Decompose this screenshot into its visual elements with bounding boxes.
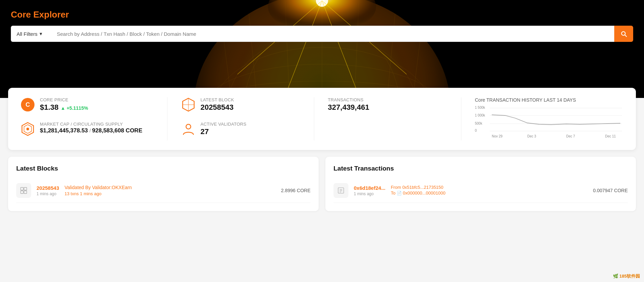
- svg-rect-47: [338, 188, 344, 194]
- filter-button[interactable]: All Filters ▾: [11, 26, 51, 42]
- validators-info: ACTIVE VALIDATORS 27: [201, 122, 247, 136]
- svg-text:0: 0: [475, 129, 477, 132]
- transactions-info: TRANSACTIONS 327,439,461: [328, 97, 369, 112]
- price-stat: C CORE PRICE $1.38 ▲ +5.1115%: [20, 97, 154, 116]
- block-info: Validated By Validator:OKXEarn 13 txns 1…: [65, 185, 276, 196]
- table-row: 0x6d18ef24... 1 mins ago From 0x51bfc5..…: [334, 178, 628, 203]
- svg-point-30: [186, 124, 191, 129]
- search-button[interactable]: [614, 26, 633, 42]
- market-cap-stat: MARKET CAP / CIRCULATING SUPPLY $1,281,4…: [20, 122, 154, 140]
- svg-text:Dec 11: Dec 11: [605, 134, 616, 138]
- chart-title: Core TRANSACTION HISTORY LAST 14 DAYS: [475, 97, 624, 103]
- tx-amount: 0.007947 CORE: [593, 188, 628, 193]
- market-cap-info: MARKET CAP / CIRCULATING SUPPLY $1,281,4…: [40, 122, 142, 134]
- svg-text:Nov 29: Nov 29: [492, 134, 503, 138]
- validators-stat: ACTIVE VALIDATORS 27: [181, 122, 301, 140]
- latest-blocks-panel: Latest Blocks 20258543 1 mins ago Valida…: [8, 157, 319, 211]
- latest-block-stat: LATEST BLOCK 20258543: [181, 97, 301, 116]
- chevron-down-icon: ▾: [40, 31, 42, 37]
- table-row: 20258543 1 mins ago Validated By Validat…: [16, 178, 310, 203]
- latest-block-label: LATEST BLOCK: [201, 97, 234, 102]
- svg-rect-43: [21, 187, 23, 190]
- transactions-stat: TRANSACTIONS 327,439,461: [328, 97, 447, 112]
- transactions-value: 327,439,461: [328, 103, 369, 112]
- block-reward: 2.8996 CORE: [281, 188, 310, 193]
- market-cap-value: $1,281,445,378.53 / 928,583,608 CORE: [40, 127, 142, 134]
- svg-text:1 000k: 1 000k: [475, 113, 485, 117]
- search-icon: [620, 30, 627, 37]
- block-icon: [16, 183, 31, 198]
- tx-from: From 0x51bfc5...21735150: [391, 185, 588, 190]
- block-number[interactable]: 20258543: [37, 185, 59, 191]
- tx-to: To 📄 0x000000...00001000: [391, 190, 588, 196]
- core-price-icon: C: [20, 97, 35, 112]
- latest-transactions-title: Latest Transactions: [334, 165, 628, 172]
- latest-transactions-panel: Latest Transactions 0x6d18ef24... 1 mins…: [325, 157, 636, 211]
- svg-text:Dec 7: Dec 7: [566, 134, 575, 138]
- filter-label: All Filters: [17, 31, 38, 37]
- market-cap-label: MARKET CAP / CIRCULATING SUPPLY: [40, 122, 142, 127]
- hero-section: Core Explorer All Filters ▾: [0, 0, 644, 98]
- tx-from-address[interactable]: 0x51bfc5...21735150: [402, 185, 443, 190]
- main-content: Latest Blocks 20258543 1 mins ago Valida…: [8, 157, 636, 211]
- svg-text:500k: 500k: [475, 122, 483, 125]
- stats-chart: Core TRANSACTION HISTORY LAST 14 DAYS 1 …: [461, 97, 624, 140]
- stats-right: TRANSACTIONS 327,439,461: [314, 97, 461, 140]
- market-cap-icon: [20, 122, 35, 136]
- search-bar: All Filters ▾: [11, 26, 633, 42]
- transactions-label: TRANSACTIONS: [328, 97, 369, 102]
- search-input[interactable]: [51, 26, 614, 42]
- svg-text:Dec 3: Dec 3: [527, 134, 536, 138]
- stats-mid: LATEST BLOCK 20258543 ACTIVE VALIDATORS …: [167, 97, 315, 140]
- svg-rect-46: [24, 191, 27, 194]
- svg-rect-44: [24, 187, 27, 190]
- stats-grid: C CORE PRICE $1.38 ▲ +5.1115%: [20, 97, 624, 140]
- latest-blocks-title: Latest Blocks: [16, 165, 310, 172]
- price-info: CORE PRICE $1.38 ▲ +5.1115%: [40, 97, 88, 112]
- svg-point-26: [26, 128, 29, 130]
- price-value: $1.38 ▲ +5.1115%: [40, 103, 88, 112]
- transaction-history-chart: 1 500k 1 000k 500k 0 Nov 29 Dec 3 Dec 7 …: [475, 105, 624, 139]
- tx-to-address[interactable]: 0x000000...00001000: [403, 190, 445, 196]
- block-time: 1 mins ago: [37, 191, 59, 196]
- latest-block-icon: [181, 97, 196, 112]
- globe-svg: [170, 0, 474, 98]
- validators-label: ACTIVE VALIDATORS: [201, 122, 247, 127]
- latest-block-value: 20258543: [201, 103, 234, 112]
- app-title: Core Explorer: [11, 9, 69, 20]
- tx-hash[interactable]: 0x6d18ef24...: [354, 185, 385, 191]
- block-validator: Validated By Validator:OKXEarn: [65, 185, 276, 190]
- globe-graphic: [0, 0, 644, 98]
- svg-rect-45: [21, 191, 23, 194]
- stats-left: C CORE PRICE $1.38 ▲ +5.1115%: [20, 97, 167, 140]
- block-txns[interactable]: 13 txns 1 mins ago: [65, 191, 276, 196]
- tx-hash-time: 0x6d18ef24... 1 mins ago: [354, 185, 385, 196]
- tx-time: 1 mins ago: [354, 191, 385, 196]
- svg-text:C: C: [26, 101, 30, 108]
- price-label: CORE PRICE: [40, 97, 88, 102]
- validator-link[interactable]: Validator:OKXEarn: [92, 185, 132, 190]
- latest-block-info: LATEST BLOCK 20258543: [201, 97, 234, 112]
- svg-text:1 500k: 1 500k: [475, 106, 485, 109]
- tx-info: From 0x51bfc5...21735150 To 📄 0x000000..…: [391, 185, 588, 196]
- tx-icon: [334, 183, 348, 198]
- stats-panel: C CORE PRICE $1.38 ▲ +5.1115%: [8, 88, 636, 150]
- validators-value: 27: [201, 127, 247, 136]
- validators-icon: [181, 122, 196, 136]
- block-number-time: 20258543 1 mins ago: [37, 185, 59, 196]
- price-change: ▲ +5.1115%: [61, 105, 88, 111]
